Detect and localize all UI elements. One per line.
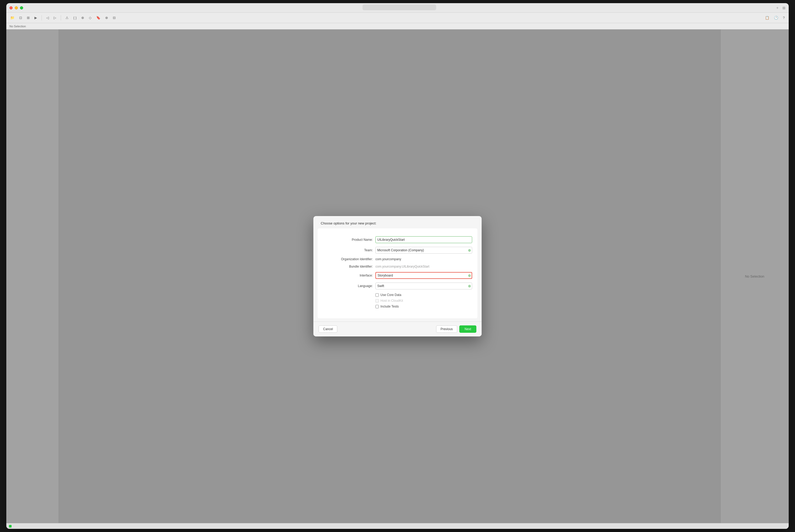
main-content: Choose options for your new project: Pro… bbox=[6, 30, 398, 266]
back-icon[interactable]: ◁ bbox=[45, 15, 50, 20]
modal-overlay: Choose options for your new project: Pro… bbox=[6, 30, 398, 266]
close-button[interactable] bbox=[10, 6, 13, 10]
modal-dialog: Choose options for your new project: Pro… bbox=[314, 216, 398, 266]
source-icon[interactable]: { } bbox=[72, 15, 78, 20]
modal-body: Product Name: Team: Microsoft Corporatio… bbox=[318, 228, 398, 266]
org-identifier-label: Organization Identifier: bbox=[323, 257, 375, 261]
breakpoint-icon[interactable]: ⊗ bbox=[104, 15, 109, 20]
bundle-identifier-value: com.yourcompany.UILibraryQuickStart bbox=[375, 265, 398, 266]
team-row: Team: Microsoft Corporation (Company) Pe… bbox=[323, 247, 398, 254]
toolbar: 📁 ⊡ ⊞ ▶ ◁ ▷ ⚠ { } ⊕ ◇ 🔖 ⊗ ⊟ 📋 🕐 ? bbox=[6, 13, 398, 23]
product-name-label: Product Name: bbox=[323, 238, 375, 242]
title-search-bar bbox=[362, 4, 398, 10]
team-select[interactable]: Microsoft Corporation (Company) Personal… bbox=[375, 247, 398, 254]
team-select-wrapper: Microsoft Corporation (Company) Personal… bbox=[375, 247, 398, 254]
modal-title: Choose options for your new project: bbox=[321, 221, 377, 225]
panel-icon[interactable]: ⊟ bbox=[112, 15, 117, 20]
scheme-icon[interactable]: ⊞ bbox=[25, 15, 31, 20]
modal-header: Choose options for your new project: bbox=[314, 216, 398, 225]
folder-icon[interactable]: 📁 bbox=[9, 15, 16, 20]
warning-icon[interactable]: ⚠ bbox=[64, 15, 70, 20]
diff-icon[interactable]: ⊕ bbox=[80, 15, 86, 20]
bundle-identifier-label: Bundle Identifier: bbox=[323, 265, 375, 266]
bookmark-icon[interactable]: 🔖 bbox=[95, 15, 102, 20]
product-name-input[interactable] bbox=[375, 236, 398, 243]
titlebar: ＋ ⊞ bbox=[6, 3, 398, 13]
editor-area: Choose options for your new project: Pro… bbox=[59, 30, 398, 266]
team-label: Team: bbox=[323, 248, 375, 252]
divider bbox=[41, 15, 42, 20]
mark-icon[interactable]: ◇ bbox=[88, 15, 93, 20]
breadcrumb-bar: No Selection bbox=[6, 23, 398, 30]
mac-window: ＋ ⊞ 📁 ⊡ ⊞ ▶ ◁ ▷ ⚠ { } ⊕ ◇ 🔖 ⊗ ⊟ 📋 🕐 ? No… bbox=[6, 3, 398, 266]
breadcrumb: No Selection bbox=[10, 25, 26, 28]
minimize-button[interactable] bbox=[15, 6, 18, 10]
run-icon[interactable]: ▶ bbox=[33, 15, 38, 20]
forward-icon[interactable]: ▷ bbox=[52, 15, 58, 20]
product-name-row: Product Name: bbox=[323, 236, 398, 243]
divider2 bbox=[61, 15, 61, 20]
org-identifier-value: com.yourcompany bbox=[375, 257, 398, 261]
bundle-identifier-row: Bundle Identifier: com.yourcompany.UILib… bbox=[323, 265, 398, 266]
maximize-button[interactable] bbox=[20, 6, 23, 10]
org-identifier-row: Organization Identifier: com.yourcompany bbox=[323, 257, 398, 261]
titlebar-center bbox=[25, 4, 398, 11]
stop-icon[interactable]: ⊡ bbox=[18, 15, 23, 20]
